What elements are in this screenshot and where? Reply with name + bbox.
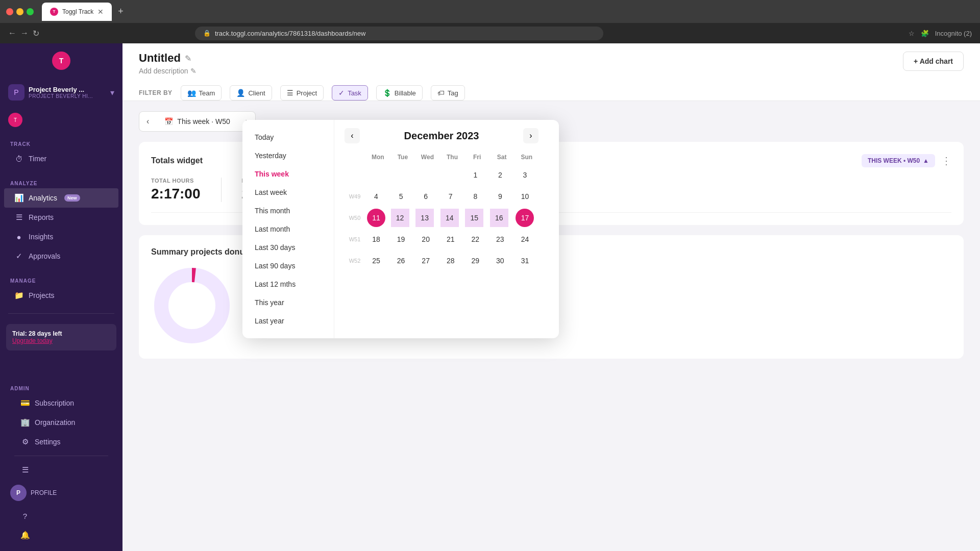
quick-option-last-30-days[interactable]: Last 30 days — [242, 238, 334, 257]
cal-day[interactable]: 22 — [466, 230, 484, 248]
cal-day[interactable]: 8 — [466, 187, 484, 206]
cal-day[interactable]: 29 — [466, 252, 484, 270]
quick-option-last-year[interactable]: Last year — [242, 312, 334, 330]
cal-day[interactable]: 7 — [442, 187, 460, 206]
quick-option-last-12-mths[interactable]: Last 12 mths — [242, 275, 334, 293]
cal-day[interactable]: 11 — [367, 209, 385, 227]
cal-day[interactable]: 14 — [440, 209, 459, 227]
cal-day[interactable]: 13 — [415, 209, 434, 227]
profile-area[interactable]: P PROFILE — [6, 480, 116, 506]
sidebar-item-collapse[interactable]: ☰ — [10, 460, 112, 480]
sidebar-item-approvals[interactable]: ✓ Approvals — [4, 246, 118, 266]
sidebar-item-timer[interactable]: ⏱ Timer — [4, 149, 118, 168]
calendar-icon: 📅 — [164, 117, 173, 126]
quick-option-yesterday[interactable]: Yesterday — [242, 146, 334, 165]
cal-day[interactable]: 19 — [392, 230, 410, 248]
insights-label: Insights — [29, 233, 53, 241]
calendar-dropdown: TodayYesterdayThis weekLast weekThis mon… — [242, 120, 559, 338]
cal-day[interactable]: 26 — [392, 252, 410, 270]
quick-option-last-month[interactable]: Last month — [242, 220, 334, 238]
minimize-window-button[interactable] — [16, 8, 23, 15]
quick-option-last-week[interactable]: Last week — [242, 183, 334, 202]
date-prev-button[interactable]: ‹ — [139, 112, 156, 131]
cal-day[interactable]: 27 — [416, 252, 435, 270]
browser-chrome: T Toggl Track ✕ + — [0, 0, 980, 23]
workspace-selector[interactable]: P Project Beverly ... PROJECT BEVERLY HI… — [0, 78, 122, 107]
cal-day[interactable]: 9 — [491, 187, 509, 206]
new-tab-button[interactable]: + — [114, 4, 128, 19]
total-hours-label: TOTAL HOURS — [151, 178, 201, 184]
date-current: This week · W50 — [177, 117, 230, 126]
more-options-icon[interactable]: ⋮ — [941, 155, 951, 167]
upgrade-link[interactable]: Upgrade today — [12, 337, 110, 344]
cal-day[interactable]: 23 — [491, 230, 509, 248]
quick-option-this-month[interactable]: This month — [242, 202, 334, 220]
filter-team-button[interactable]: 👥 Team — [181, 85, 222, 101]
quick-option-today[interactable]: Today — [242, 128, 334, 146]
cal-day[interactable]: 30 — [491, 252, 509, 270]
cal-prev-month-button[interactable]: ‹ — [345, 128, 360, 143]
cal-week-row: W5118192021222324 — [345, 229, 538, 249]
cal-day[interactable]: 21 — [442, 230, 460, 248]
cal-day[interactable]: 20 — [416, 230, 435, 248]
manage-section: MANAGE 📁 Projects — [0, 270, 122, 309]
sidebar-item-help[interactable]: ? — [10, 506, 112, 525]
cal-day[interactable]: 15 — [465, 209, 483, 227]
filter-tag-button[interactable]: 🏷 Tag — [431, 85, 465, 101]
date-display[interactable]: 📅 This week · W50 — [156, 112, 238, 131]
sidebar-item-analytics[interactable]: 📊 Analytics New — [4, 188, 118, 208]
cal-day[interactable]: 16 — [490, 209, 508, 227]
back-button[interactable]: ← — [8, 29, 16, 38]
cal-day[interactable]: 31 — [516, 252, 534, 270]
forward-button[interactable]: → — [20, 29, 29, 38]
close-tab-button[interactable]: ✕ — [97, 8, 104, 16]
analytics-icon: 📊 — [14, 193, 23, 203]
star-icon[interactable]: ☆ — [909, 30, 915, 37]
page-description[interactable]: Add description ✎ — [139, 67, 197, 75]
cal-day[interactable]: 6 — [416, 187, 435, 206]
cal-day[interactable]: 10 — [516, 187, 534, 206]
sidebar-item-organization[interactable]: 🏢 Organization — [10, 413, 112, 432]
filter-project-button[interactable]: ☰ Project — [280, 85, 324, 101]
maximize-window-button[interactable] — [27, 8, 34, 15]
quick-option-this-year[interactable]: This year — [242, 293, 334, 312]
sidebar-item-notifications[interactable]: 🔔 — [10, 525, 112, 545]
cal-day[interactable]: 17 — [516, 209, 534, 227]
filter-billable-button[interactable]: 💲 Billable — [376, 85, 423, 101]
insights-icon: ● — [14, 232, 23, 241]
url-bar[interactable]: 🔒 track.toggl.com/analytics/7861318/dash… — [195, 27, 603, 40]
close-window-button[interactable] — [6, 8, 13, 15]
sidebar-item-reports[interactable]: ☰ Reports — [4, 208, 118, 227]
cal-day[interactable]: 18 — [367, 230, 385, 248]
quick-option-last-90-days[interactable]: Last 90 days — [242, 257, 334, 275]
cal-day[interactable]: 25 — [367, 252, 385, 270]
sidebar-item-subscription[interactable]: 💳 Subscription — [10, 393, 112, 413]
sidebar-item-projects[interactable]: 📁 Projects — [4, 286, 118, 305]
cal-day[interactable]: 2 — [491, 166, 509, 184]
cal-day[interactable]: 24 — [516, 230, 534, 248]
widget-title: Totals widget — [151, 156, 203, 165]
cal-day[interactable]: 3 — [516, 166, 534, 184]
total-hours-item: TOTAL HOURS 2:17:00 — [151, 178, 201, 202]
reload-button[interactable]: ↻ — [33, 29, 39, 38]
week-badge[interactable]: THIS WEEK • W50 ▲ — [862, 154, 935, 167]
quick-option-this-week[interactable]: This week — [242, 165, 334, 183]
cal-next-month-button[interactable]: › — [523, 128, 538, 143]
calendar-section: ‹ December 2023 › Mon Tue Wed Thu Fri Sa… — [334, 120, 549, 338]
edit-title-icon[interactable]: ✎ — [185, 54, 191, 63]
sidebar-item-settings[interactable]: ⚙ Settings — [10, 432, 112, 452]
cal-day[interactable]: 1 — [466, 166, 484, 184]
filter-task-button[interactable]: ✓ Task — [332, 85, 368, 101]
cal-day[interactable]: 28 — [442, 252, 460, 270]
active-tab[interactable]: T Toggl Track ✕ — [42, 3, 112, 21]
filter-client-button[interactable]: 👤 Client — [230, 85, 272, 101]
add-chart-button[interactable]: + Add chart — [903, 52, 964, 71]
cal-day[interactable]: 5 — [392, 187, 410, 206]
thu-label: Thu — [440, 152, 464, 163]
cal-day[interactable]: 4 — [367, 187, 385, 206]
tue-label: Tue — [391, 152, 415, 163]
sidebar-item-insights[interactable]: ● Insights — [4, 227, 118, 246]
cal-day[interactable]: 12 — [391, 209, 409, 227]
extensions-icon[interactable]: 🧩 — [921, 30, 929, 37]
notifications-icon: 🔔 — [20, 531, 30, 540]
